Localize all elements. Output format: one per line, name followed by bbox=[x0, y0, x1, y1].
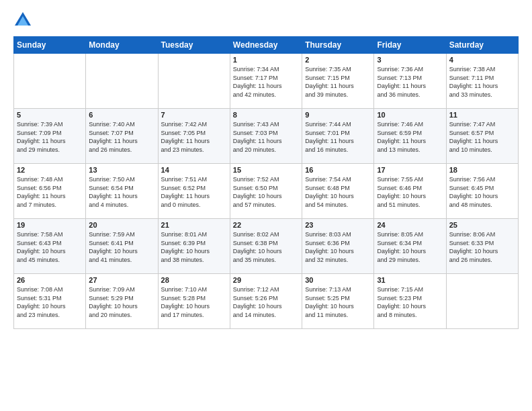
calendar-cell: 25Sunrise: 8:06 AM Sunset: 6:33 PM Dayli… bbox=[446, 219, 518, 274]
day-info: Sunrise: 7:42 AM Sunset: 7:05 PM Dayligh… bbox=[161, 120, 227, 154]
day-number: 11 bbox=[449, 111, 515, 119]
calendar-week-row: 19Sunrise: 7:58 AM Sunset: 6:43 PM Dayli… bbox=[14, 219, 519, 274]
day-number: 30 bbox=[305, 276, 371, 284]
page: SundayMondayTuesdayWednesdayThursdayFrid… bbox=[0, 0, 532, 411]
calendar-cell: 19Sunrise: 7:58 AM Sunset: 6:43 PM Dayli… bbox=[14, 219, 86, 274]
calendar-cell: 12Sunrise: 7:48 AM Sunset: 6:56 PM Dayli… bbox=[14, 164, 86, 219]
calendar-cell: 31Sunrise: 7:15 AM Sunset: 5:23 PM Dayli… bbox=[374, 274, 446, 329]
calendar-cell: 24Sunrise: 8:05 AM Sunset: 6:34 PM Dayli… bbox=[374, 219, 446, 274]
day-info: Sunrise: 7:51 AM Sunset: 6:52 PM Dayligh… bbox=[161, 175, 227, 209]
day-number: 10 bbox=[377, 111, 443, 119]
calendar-cell bbox=[158, 54, 230, 109]
calendar-cell: 29Sunrise: 7:12 AM Sunset: 5:26 PM Dayli… bbox=[230, 274, 302, 329]
weekday-header-thursday: Thursday bbox=[302, 37, 374, 54]
day-number: 19 bbox=[17, 221, 83, 229]
weekday-header-saturday: Saturday bbox=[446, 37, 518, 54]
day-number: 16 bbox=[305, 166, 371, 174]
day-info: Sunrise: 7:35 AM Sunset: 7:15 PM Dayligh… bbox=[305, 65, 371, 99]
day-info: Sunrise: 8:06 AM Sunset: 6:33 PM Dayligh… bbox=[449, 230, 515, 264]
calendar-cell: 10Sunrise: 7:46 AM Sunset: 6:59 PM Dayli… bbox=[374, 109, 446, 164]
header bbox=[13, 11, 519, 30]
calendar-cell: 14Sunrise: 7:51 AM Sunset: 6:52 PM Dayli… bbox=[158, 164, 230, 219]
calendar-cell: 8Sunrise: 7:43 AM Sunset: 7:03 PM Daylig… bbox=[230, 109, 302, 164]
calendar-cell: 21Sunrise: 8:01 AM Sunset: 6:39 PM Dayli… bbox=[158, 219, 230, 274]
day-info: Sunrise: 7:34 AM Sunset: 7:17 PM Dayligh… bbox=[233, 65, 299, 99]
calendar-cell: 1Sunrise: 7:34 AM Sunset: 7:17 PM Daylig… bbox=[230, 54, 302, 109]
calendar-table: SundayMondayTuesdayWednesdayThursdayFrid… bbox=[13, 36, 519, 329]
calendar-cell: 3Sunrise: 7:36 AM Sunset: 7:13 PM Daylig… bbox=[374, 54, 446, 109]
day-info: Sunrise: 8:02 AM Sunset: 6:38 PM Dayligh… bbox=[233, 230, 299, 264]
calendar-cell bbox=[14, 54, 86, 109]
weekday-header-sunday: Sunday bbox=[14, 37, 86, 54]
day-info: Sunrise: 7:55 AM Sunset: 6:46 PM Dayligh… bbox=[377, 175, 443, 209]
day-info: Sunrise: 7:08 AM Sunset: 5:31 PM Dayligh… bbox=[17, 285, 83, 319]
day-number: 28 bbox=[161, 276, 227, 284]
day-number: 27 bbox=[89, 276, 154, 284]
day-number: 18 bbox=[449, 166, 515, 174]
day-number: 31 bbox=[377, 276, 443, 284]
day-info: Sunrise: 8:01 AM Sunset: 6:39 PM Dayligh… bbox=[161, 230, 227, 264]
day-number: 23 bbox=[305, 221, 371, 229]
day-info: Sunrise: 7:48 AM Sunset: 6:56 PM Dayligh… bbox=[17, 175, 83, 209]
day-number: 12 bbox=[17, 166, 83, 174]
calendar-header-row: SundayMondayTuesdayWednesdayThursdayFrid… bbox=[14, 37, 519, 54]
calendar-cell bbox=[446, 274, 518, 329]
calendar-cell: 4Sunrise: 7:38 AM Sunset: 7:11 PM Daylig… bbox=[446, 54, 518, 109]
calendar-cell: 23Sunrise: 8:03 AM Sunset: 6:36 PM Dayli… bbox=[302, 219, 374, 274]
day-info: Sunrise: 7:47 AM Sunset: 6:57 PM Dayligh… bbox=[449, 120, 515, 154]
day-info: Sunrise: 8:03 AM Sunset: 6:36 PM Dayligh… bbox=[305, 230, 371, 264]
calendar-cell: 22Sunrise: 8:02 AM Sunset: 6:38 PM Dayli… bbox=[230, 219, 302, 274]
day-info: Sunrise: 7:09 AM Sunset: 5:29 PM Dayligh… bbox=[89, 285, 154, 319]
day-info: Sunrise: 7:43 AM Sunset: 7:03 PM Dayligh… bbox=[233, 120, 299, 154]
day-info: Sunrise: 7:36 AM Sunset: 7:13 PM Dayligh… bbox=[377, 65, 443, 99]
logo-icon bbox=[13, 11, 32, 30]
day-info: Sunrise: 7:58 AM Sunset: 6:43 PM Dayligh… bbox=[17, 230, 83, 264]
calendar-cell: 6Sunrise: 7:40 AM Sunset: 7:07 PM Daylig… bbox=[86, 109, 158, 164]
day-number: 26 bbox=[17, 276, 83, 284]
calendar-cell: 30Sunrise: 7:13 AM Sunset: 5:25 PM Dayli… bbox=[302, 274, 374, 329]
day-info: Sunrise: 7:40 AM Sunset: 7:07 PM Dayligh… bbox=[89, 120, 154, 154]
day-number: 7 bbox=[161, 111, 227, 119]
logo bbox=[13, 11, 35, 30]
day-number: 22 bbox=[233, 221, 299, 229]
day-info: Sunrise: 7:44 AM Sunset: 7:01 PM Dayligh… bbox=[305, 120, 371, 154]
day-number: 25 bbox=[449, 221, 515, 229]
calendar-cell: 2Sunrise: 7:35 AM Sunset: 7:15 PM Daylig… bbox=[302, 54, 374, 109]
calendar-week-row: 12Sunrise: 7:48 AM Sunset: 6:56 PM Dayli… bbox=[14, 164, 519, 219]
day-info: Sunrise: 7:50 AM Sunset: 6:54 PM Dayligh… bbox=[89, 175, 154, 209]
day-number: 1 bbox=[233, 56, 299, 64]
day-number: 29 bbox=[233, 276, 299, 284]
day-info: Sunrise: 7:59 AM Sunset: 6:41 PM Dayligh… bbox=[89, 230, 154, 264]
day-info: Sunrise: 7:10 AM Sunset: 5:28 PM Dayligh… bbox=[161, 285, 227, 319]
calendar-cell: 20Sunrise: 7:59 AM Sunset: 6:41 PM Dayli… bbox=[86, 219, 158, 274]
day-info: Sunrise: 7:39 AM Sunset: 7:09 PM Dayligh… bbox=[17, 120, 83, 154]
weekday-header-wednesday: Wednesday bbox=[230, 37, 302, 54]
calendar-week-row: 5Sunrise: 7:39 AM Sunset: 7:09 PM Daylig… bbox=[14, 109, 519, 164]
calendar-cell: 16Sunrise: 7:54 AM Sunset: 6:48 PM Dayli… bbox=[302, 164, 374, 219]
day-number: 6 bbox=[89, 111, 154, 119]
calendar-cell: 11Sunrise: 7:47 AM Sunset: 6:57 PM Dayli… bbox=[446, 109, 518, 164]
calendar-cell: 26Sunrise: 7:08 AM Sunset: 5:31 PM Dayli… bbox=[14, 274, 86, 329]
day-info: Sunrise: 7:13 AM Sunset: 5:25 PM Dayligh… bbox=[305, 285, 371, 319]
calendar-cell: 28Sunrise: 7:10 AM Sunset: 5:28 PM Dayli… bbox=[158, 274, 230, 329]
day-number: 8 bbox=[233, 111, 299, 119]
calendar-cell: 9Sunrise: 7:44 AM Sunset: 7:01 PM Daylig… bbox=[302, 109, 374, 164]
day-number: 17 bbox=[377, 166, 443, 174]
day-number: 4 bbox=[449, 56, 515, 64]
day-number: 9 bbox=[305, 111, 371, 119]
day-info: Sunrise: 7:54 AM Sunset: 6:48 PM Dayligh… bbox=[305, 175, 371, 209]
day-info: Sunrise: 7:56 AM Sunset: 6:45 PM Dayligh… bbox=[449, 175, 515, 209]
calendar-week-row: 1Sunrise: 7:34 AM Sunset: 7:17 PM Daylig… bbox=[14, 54, 519, 109]
day-info: Sunrise: 8:05 AM Sunset: 6:34 PM Dayligh… bbox=[377, 230, 443, 264]
day-info: Sunrise: 7:12 AM Sunset: 5:26 PM Dayligh… bbox=[233, 285, 299, 319]
day-number: 21 bbox=[161, 221, 227, 229]
calendar-cell: 18Sunrise: 7:56 AM Sunset: 6:45 PM Dayli… bbox=[446, 164, 518, 219]
calendar-cell: 5Sunrise: 7:39 AM Sunset: 7:09 PM Daylig… bbox=[14, 109, 86, 164]
calendar-week-row: 26Sunrise: 7:08 AM Sunset: 5:31 PM Dayli… bbox=[14, 274, 519, 329]
day-number: 2 bbox=[305, 56, 371, 64]
weekday-header-tuesday: Tuesday bbox=[158, 37, 230, 54]
calendar-cell: 15Sunrise: 7:52 AM Sunset: 6:50 PM Dayli… bbox=[230, 164, 302, 219]
day-number: 15 bbox=[233, 166, 299, 174]
day-number: 13 bbox=[89, 166, 154, 174]
day-number: 20 bbox=[89, 221, 154, 229]
